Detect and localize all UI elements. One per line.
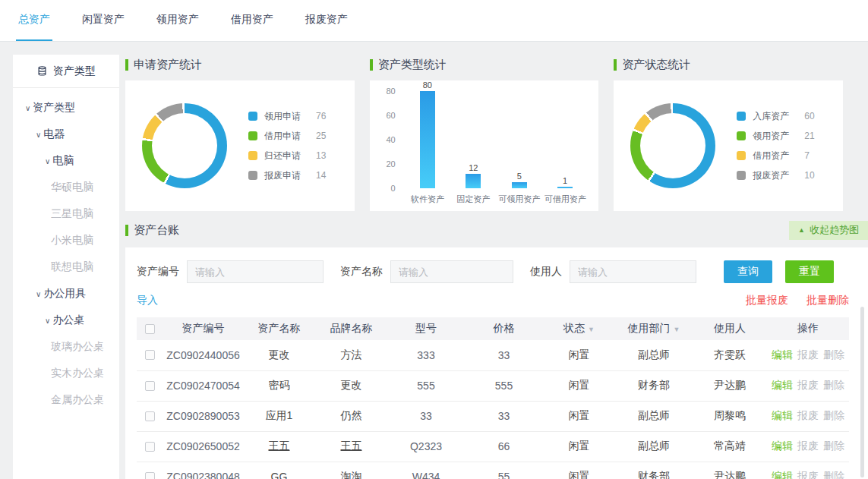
delete-link[interactable]: 删除 <box>823 470 844 479</box>
tab-item-1[interactable]: 闲置资产 <box>80 0 127 41</box>
legend-label: 领用资产 <box>753 130 804 143</box>
column-header-label: 品牌名称 <box>330 322 373 334</box>
legend-value: 14 <box>316 170 326 181</box>
bar <box>557 187 573 188</box>
tree-node-6[interactable]: 联想电脑 <box>13 254 119 280</box>
legend-item-2[interactable]: 归还申请13 <box>248 146 342 165</box>
search-field-label: 使用人 <box>530 265 562 279</box>
tree-node-label: 玻璃办公桌 <box>51 340 104 352</box>
column-header-3: 型号 <box>387 317 465 340</box>
search-input-0[interactable] <box>187 260 324 283</box>
tree-node-8[interactable]: ∨办公桌 <box>13 307 119 333</box>
y-axis-tick: 60 <box>376 111 396 120</box>
legend-item-3[interactable]: 报废申请14 <box>248 165 342 185</box>
chevron-down-icon: ∨ <box>36 281 41 307</box>
search-field-1: 资产名称 <box>340 260 513 283</box>
row-checkbox[interactable] <box>145 350 155 360</box>
scrap-link[interactable]: 报废 <box>797 440 819 452</box>
chart-block-request-stats: 申请资产统计 领用申请76借用申请25归还申请13报废申请14 <box>125 55 355 211</box>
delete-link[interactable]: 删除 <box>823 379 844 391</box>
query-button[interactable]: 查询 <box>724 260 772 283</box>
reset-button[interactable]: 重置 <box>785 260 834 283</box>
cell-brand: 淘淘 <box>315 462 387 479</box>
cell-asset_no: ZC0902470054 <box>163 370 243 401</box>
filter-icon[interactable]: ▼ <box>588 326 595 333</box>
batch-scrap-link[interactable]: 批量报废 <box>746 294 788 307</box>
row-checkbox[interactable] <box>145 411 155 421</box>
tree-node-7[interactable]: ∨办公用具 <box>13 280 119 307</box>
y-axis-tick: 40 <box>376 135 396 144</box>
search-input-2[interactable] <box>570 260 696 283</box>
edit-link[interactable]: 编辑 <box>772 409 793 421</box>
cell-dept: 副总师 <box>615 340 693 370</box>
legend-item-0[interactable]: 入库资产60 <box>737 106 831 126</box>
ledger-title-text: 资产台账 <box>134 223 179 238</box>
scrap-link[interactable]: 报废 <box>797 470 819 479</box>
tree-node-9[interactable]: 玻璃办公桌 <box>13 333 119 360</box>
scrap-link[interactable]: 报废 <box>797 409 819 421</box>
import-link[interactable]: 导入 <box>137 294 158 307</box>
search-input-1[interactable] <box>390 260 513 283</box>
x-axis-tick: 可借用资产 <box>542 194 588 205</box>
tree-node-10[interactable]: 实木办公桌 <box>13 360 119 386</box>
tab-item-0[interactable]: 总资产 <box>16 0 52 41</box>
tab-item-4[interactable]: 报废资产 <box>303 0 350 41</box>
cell-price: 555 <box>465 370 543 401</box>
legend-label: 领用申请 <box>264 110 316 123</box>
delete-link[interactable]: 删除 <box>823 440 844 452</box>
tab-item-2[interactable]: 领用资产 <box>154 0 201 41</box>
row-checkbox[interactable] <box>145 442 155 452</box>
legend-item-1[interactable]: 领用资产21 <box>737 126 831 146</box>
tree-node-5[interactable]: 小米电脑 <box>13 227 119 254</box>
tab-item-3[interactable]: 借用资产 <box>229 0 276 41</box>
legend-item-0[interactable]: 领用申请76 <box>248 106 342 126</box>
edit-link[interactable]: 编辑 <box>772 440 793 452</box>
cell-price: 33 <box>465 340 543 370</box>
tree-node-2[interactable]: ∨电脑 <box>13 147 119 174</box>
bar-value-label: 80 <box>423 80 432 90</box>
scrap-link[interactable]: 报废 <box>797 379 819 391</box>
legend-item-1[interactable]: 借用申请25 <box>248 126 342 146</box>
charts-row: 申请资产统计 领用申请76借用申请25归还申请13报废申请14 资产类型统计 0… <box>125 55 868 211</box>
cell-model: 555 <box>387 370 465 401</box>
collapse-trend-button[interactable]: ▲ 收起趋势图 <box>789 221 868 240</box>
cell-status: 闲置 <box>543 401 615 431</box>
legend-value: 10 <box>804 170 814 181</box>
legend-item-3[interactable]: 报废资产10 <box>737 165 831 185</box>
row-checkbox[interactable] <box>145 381 155 391</box>
tree-node-3[interactable]: 华硕电脑 <box>13 174 119 200</box>
chart-title-text: 申请资产统计 <box>134 58 202 72</box>
asset-type-tree: ∨资产类型∨电器∨电脑华硕电脑三星电脑小米电脑联想电脑∨办公用具∨办公桌玻璃办公… <box>13 88 119 413</box>
delete-link[interactable]: 删除 <box>823 348 844 361</box>
legend-item-2[interactable]: 借用资产7 <box>737 146 831 165</box>
tree-node-11[interactable]: 金属办公桌 <box>13 386 119 413</box>
donut-chart-status-stats: 入库资产60领用资产21借用资产7报废资产10 <box>614 80 843 211</box>
delete-link[interactable]: 删除 <box>823 409 844 421</box>
tree-node-0[interactable]: ∨资产类型 <box>13 94 119 121</box>
tree-node-label: 实木办公桌 <box>51 367 104 379</box>
scrap-link[interactable]: 报废 <box>797 348 819 361</box>
bar-column-3: 1 <box>542 176 588 188</box>
cell-name: 更改 <box>243 340 315 370</box>
filter-icon[interactable]: ▼ <box>674 326 680 333</box>
column-header-label: 价格 <box>494 322 515 334</box>
tree-node-1[interactable]: ∨电器 <box>13 121 119 147</box>
edit-link[interactable]: 编辑 <box>772 348 793 361</box>
tree-node-label: 办公用具 <box>43 287 86 299</box>
cell-asset_no: ZC0902440056 <box>163 340 243 370</box>
legend-label: 报废申请 <box>264 169 316 182</box>
tree-node-label: 华硕电脑 <box>51 181 93 193</box>
cell-asset_no: ZC0902380048 <box>163 462 243 479</box>
row-actions-cell: 编辑报废删除 <box>767 340 849 370</box>
edit-link[interactable]: 编辑 <box>772 470 793 479</box>
batch-delete-link[interactable]: 批量删除 <box>806 294 849 307</box>
column-header-2: 品牌名称 <box>315 317 387 340</box>
cell-dept: 副总师 <box>615 401 693 431</box>
row-checkbox[interactable] <box>145 472 155 479</box>
table-scrollbar[interactable] <box>860 307 864 477</box>
edit-link[interactable]: 编辑 <box>772 379 793 391</box>
title-bar-icon <box>614 59 617 71</box>
table-row-4: ZC0902380048GG淘淘W43455闲置财务部尹达鹏编辑报废删除 <box>137 462 849 479</box>
tree-node-4[interactable]: 三星电脑 <box>13 200 119 227</box>
select-all-checkbox[interactable] <box>145 324 155 334</box>
